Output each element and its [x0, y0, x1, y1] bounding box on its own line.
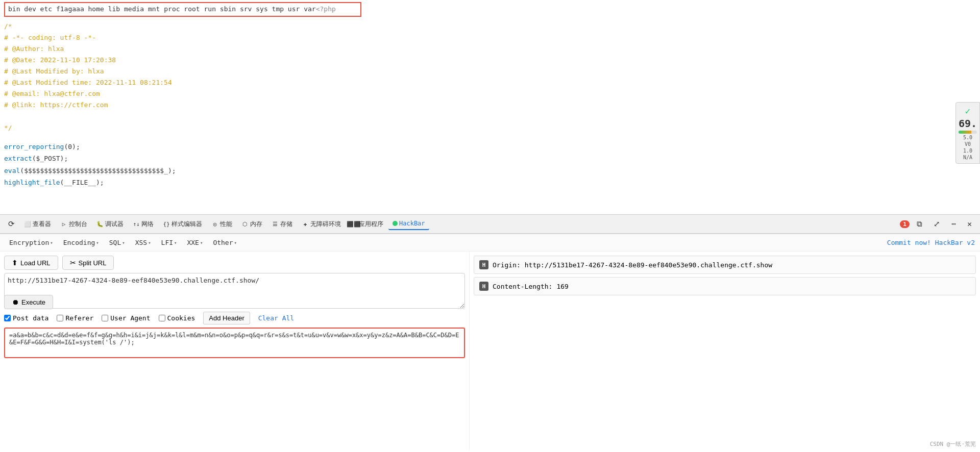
xss-arrow-icon: ▾: [148, 240, 151, 245]
post-data-check[interactable]: [4, 315, 11, 321]
tab-storage[interactable]: ☰ 存储: [267, 218, 297, 231]
menu-xss[interactable]: XSS ▾: [131, 237, 155, 248]
clear-all-link[interactable]: Clear All: [258, 314, 294, 322]
other-arrow-icon: ▾: [234, 240, 237, 245]
execute-btn-area: ⏺ Execute: [4, 295, 53, 309]
hackbar-left-panel: ⬆ Load URL ✂ Split URL Post data Referer: [0, 252, 470, 450]
widget-label-3: 1.0: [963, 148, 972, 154]
tab-accessibility-label: 无障碍环境: [310, 220, 341, 229]
origin-header-key: Origin:: [493, 261, 521, 269]
origin-header-value: http://5131be17-4267-4324-8e89-eef840e53…: [525, 261, 772, 269]
tab-accessibility[interactable]: ✚ 无障碍环境: [298, 218, 345, 231]
encryption-arrow-icon: ▾: [50, 240, 53, 245]
widget-bar-container: [959, 131, 977, 134]
user-agent-label: User Agent: [110, 314, 150, 322]
widget-label-2: V0: [965, 141, 971, 147]
tab-apps-label: 应用程序: [359, 220, 383, 229]
execute-label: Execute: [21, 298, 45, 306]
devtools-bar: ⟳ ⬜ 查看器 ▷ 控制台 🐛 调试器 ↑↓ 网络 {} 样式编辑器 ◎ 性能 …: [0, 214, 980, 234]
tab-style-editor-label: 样式编辑器: [172, 220, 202, 229]
accessibility-icon: ✚: [302, 220, 309, 228]
hackbar-right-panel: H Origin: http://5131be17-4267-4324-8e89…: [470, 252, 980, 450]
sql-arrow-icon: ▾: [122, 240, 125, 245]
post-data-checkbox[interactable]: Post data: [4, 314, 48, 322]
menu-xxe-label: XXE: [187, 239, 199, 246]
lfi-arrow-icon: ▾: [174, 240, 177, 245]
tab-network[interactable]: ↑↓ 网络: [129, 218, 158, 231]
referer-checkbox[interactable]: Referer: [57, 314, 93, 322]
url-input[interactable]: [4, 273, 465, 309]
hackbar-dot-icon: [393, 221, 398, 226]
menu-other[interactable]: Other ▾: [209, 237, 241, 248]
menu-other-label: Other: [213, 239, 233, 246]
devtools-nav-back[interactable]: ⟳: [4, 217, 19, 231]
menu-encoding[interactable]: Encoding ▾: [59, 237, 103, 248]
menu-sql-label: SQL: [109, 239, 121, 246]
menu-encoding-label: Encoding: [63, 239, 95, 246]
tab-console[interactable]: ▷ 控制台: [56, 218, 91, 231]
load-url-button[interactable]: ⬆ Load URL: [4, 256, 58, 270]
widget-label-1: 5.0: [963, 135, 972, 140]
referer-label: Referer: [65, 314, 93, 322]
cookies-label: Cookies: [167, 314, 195, 322]
tab-debugger-label: 调试器: [105, 220, 124, 229]
split-url-button[interactable]: ✂ Split URL: [62, 256, 114, 270]
menu-lfi-label: LFI: [161, 239, 173, 246]
cookies-check[interactable]: [159, 315, 165, 321]
apps-icon: ⬛⬛: [350, 220, 357, 228]
menu-encryption[interactable]: Encryption ▾: [5, 237, 57, 248]
copy-button[interactable]: ⧉: [913, 217, 926, 231]
hackbar-panel: Encryption ▾ Encoding ▾ SQL ▾ XSS ▾ LFI …: [0, 234, 980, 452]
tab-inspector[interactable]: ⬜ 查看器: [20, 218, 55, 231]
tab-hackbar[interactable]: HackBar: [388, 218, 429, 230]
close-button[interactable]: ✕: [963, 217, 976, 231]
tab-style-editor[interactable]: {} 样式编辑器: [159, 218, 206, 231]
menu-xss-label: XSS: [135, 239, 147, 246]
load-url-label: Load URL: [20, 259, 51, 267]
encoding-arrow-icon: ▾: [96, 240, 99, 245]
tab-debugger[interactable]: 🐛 调试器: [92, 218, 128, 231]
more-button[interactable]: ⋯: [947, 217, 960, 231]
menu-sql[interactable]: SQL ▾: [105, 237, 129, 248]
widget-score: 69.: [959, 117, 977, 130]
post-data-box[interactable]: =a&a=b&b=c&c=d&d=e&e=f&f=g&g=h&h=i&i=j&j…: [4, 328, 465, 358]
menu-encryption-label: Encryption: [9, 239, 49, 246]
execute-icon: ⏺: [12, 298, 19, 306]
user-agent-checkbox[interactable]: User Agent: [102, 314, 150, 322]
cookies-checkbox[interactable]: Cookies: [159, 314, 195, 322]
widget-label-4: N/A: [963, 155, 972, 160]
error-badge: 1: [900, 220, 910, 228]
tab-performance-label: 性能: [220, 220, 232, 229]
widget-bar: [959, 131, 971, 134]
style-editor-icon: {}: [163, 220, 170, 228]
content-length-header-value: 169: [556, 283, 568, 290]
split-url-label: Split URL: [79, 259, 107, 267]
debugger-icon: 🐛: [96, 220, 104, 228]
options-row: Post data Referer User Agent Cookies Add…: [4, 312, 465, 324]
user-agent-check[interactable]: [102, 315, 108, 321]
menu-xxe[interactable]: XXE ▾: [183, 237, 207, 248]
commit-button[interactable]: Commit now! HackBar v2: [887, 239, 975, 246]
action-buttons-row: ⬆ Load URL ✂ Split URL: [4, 256, 465, 270]
add-header-button[interactable]: Add Header: [203, 312, 250, 324]
memory-icon: ⬡: [241, 220, 249, 228]
code-lines: error_reporting(0); extract($_POST); eva…: [4, 141, 976, 189]
tab-memory[interactable]: ⬡ 内存: [237, 218, 266, 231]
console-icon: ▷: [60, 220, 67, 228]
referer-check[interactable]: [57, 315, 63, 321]
network-icon: ↑↓: [133, 220, 140, 228]
tab-console-label: 控制台: [69, 220, 87, 229]
tab-memory-label: 内存: [250, 220, 262, 229]
comment-block: /* # -*- coding: utf-8 -*- # @Author: hl…: [4, 21, 976, 134]
xxe-arrow-icon: ▾: [200, 240, 203, 245]
side-widget: ✓ 69. 5.0 V0 1.0 N/A: [955, 102, 980, 164]
tab-apps[interactable]: ⬛⬛ 应用程序: [346, 218, 387, 231]
tab-performance[interactable]: ◎ 性能: [207, 218, 236, 231]
php-tag: <?php: [316, 4, 336, 15]
code-area: bin dev etc f1agaaa home lib media mnt p…: [0, 0, 980, 214]
resize-button[interactable]: ⤢: [929, 217, 944, 231]
post-data-label: Post data: [13, 314, 48, 322]
execute-button[interactable]: ⏺ Execute: [4, 295, 53, 309]
tab-inspector-label: 查看器: [33, 220, 51, 229]
menu-lfi[interactable]: LFI ▾: [157, 237, 181, 248]
